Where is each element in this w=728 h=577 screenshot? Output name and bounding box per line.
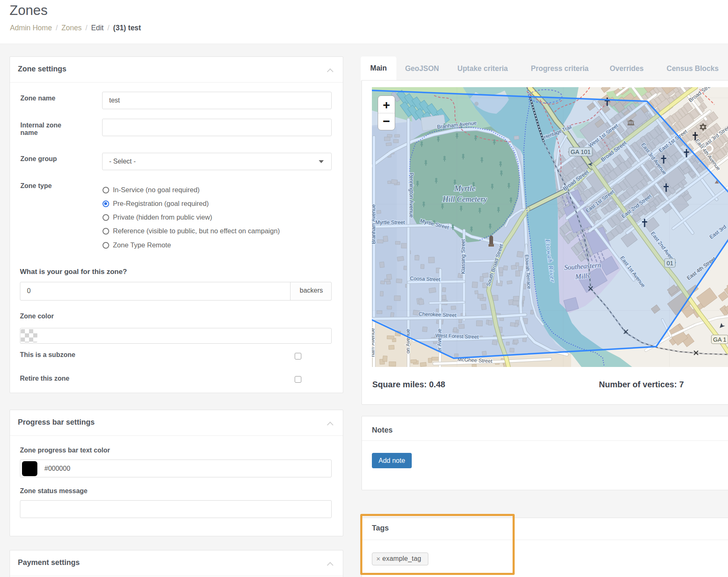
svg-text:GA 1: GA 1 <box>713 336 726 343</box>
svg-text:ham Avenue: ham Avenue <box>372 328 376 357</box>
